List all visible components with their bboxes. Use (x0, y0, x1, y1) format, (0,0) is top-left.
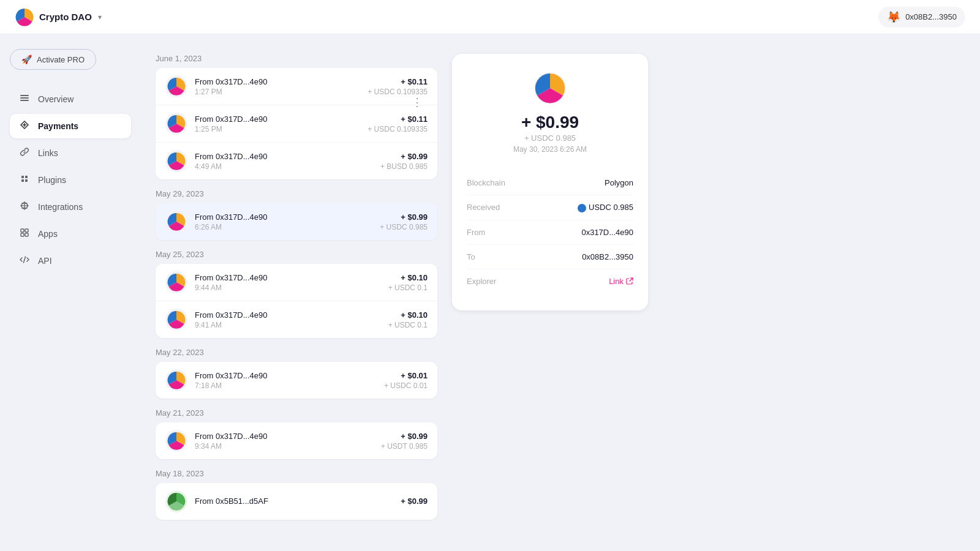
table-row[interactable]: From 0x317D...4e90 4:49 AM + $0.99 + BUS… (156, 143, 437, 179)
tx-avatar-icon (165, 150, 187, 172)
tx-usd: + $0.99 (381, 432, 428, 441)
table-row[interactable]: From 0x317D...4e90 7:18 AM + $0.01 + USD… (156, 362, 437, 399)
integrations-icon (18, 201, 31, 213)
tx-avatar-icon (165, 211, 187, 233)
tx-token: + USDC 0.01 (384, 381, 428, 390)
tx-from: From 0x317D...4e90 (195, 114, 368, 124)
tx-usd: + $0.99 (380, 212, 428, 222)
tx-time: 9:41 AM (195, 321, 388, 329)
detail-to-row: To 0x08B2...3950 (467, 245, 633, 269)
tx-group-may25: From 0x317D...4e90 9:44 AM + $0.10 + USD… (156, 264, 437, 338)
detail-header: + $0.99 + USDC 0.985 May 30, 2023 6:26 A… (467, 71, 633, 154)
table-row[interactable]: From 0x317D...4e90 9:41 AM + $0.10 + USD… (156, 301, 437, 338)
date-label-may18: May 18, 2023 (156, 469, 437, 478)
sidebar-item-plugins[interactable]: Plugins (10, 168, 131, 192)
tx-time: 7:18 AM (195, 381, 384, 390)
date-label-may22: May 22, 2023 (156, 348, 437, 357)
tx-token: + USDC 0.109335 (368, 125, 428, 133)
transaction-detail-panel: + $0.99 + USDC 0.985 May 30, 2023 6:26 A… (452, 54, 648, 310)
tx-token: + BUSD 0.985 (380, 162, 428, 171)
date-label-june1: June 1, 2023 (156, 54, 437, 63)
to-value: 0x08B2...3950 (582, 252, 633, 261)
plugins-icon (18, 174, 31, 186)
table-row[interactable]: From 0x317D...4e90 1:25 PM + $0.11 + USD… (156, 105, 437, 143)
tx-from: From 0x317D...4e90 (195, 152, 380, 161)
tx-group-may21: From 0x317D...4e90 9:34 AM + $0.99 + USD… (156, 422, 437, 459)
tx-time: 4:49 AM (195, 162, 380, 171)
table-row[interactable]: From 0x317D...4e90 1:27 PM + $0.11 + USD… (156, 68, 437, 105)
date-section-june1: June 1, 2023 From 0x317D...4e90 1:27 PM (156, 54, 437, 179)
tx-usd: + $0.99 (380, 152, 428, 161)
svg-rect-17 (25, 233, 28, 236)
blockchain-value: Polygon (605, 178, 633, 187)
tx-from: From 0x317D...4e90 (195, 273, 388, 282)
tx-token: + USDC 0.1 (388, 283, 428, 292)
tx-avatar-icon (165, 430, 187, 452)
tx-token: + USDT 0.985 (381, 442, 428, 451)
tx-avatar-icon (165, 271, 187, 293)
svg-rect-16 (21, 233, 24, 236)
detail-received-row: Received USDC 0.985 (467, 195, 633, 220)
svg-rect-2 (20, 97, 29, 99)
wallet-badge[interactable]: 🦊 0x08B2...3950 (878, 7, 965, 28)
table-row[interactable]: From 0x317D...4e90 9:44 AM + $0.10 + USD… (156, 264, 437, 301)
svg-rect-10 (25, 179, 28, 182)
sidebar-item-payments[interactable]: Payments (10, 114, 131, 138)
svg-rect-9 (21, 179, 24, 182)
app-brand: Crypto DAO ▾ (15, 7, 102, 27)
overview-icon (18, 93, 31, 105)
table-row[interactable]: From 0x317D...4e90 9:34 AM + $0.99 + USD… (156, 422, 437, 459)
sidebar-apps-label: Apps (38, 229, 58, 239)
sidebar-item-integrations[interactable]: Integrations (10, 195, 131, 219)
wallet-address: 0x08B2...3950 (905, 12, 957, 21)
app-name: Crypto DAO (39, 12, 92, 22)
rocket-icon: 🚀 (21, 54, 32, 64)
tx-usd: + $0.11 (368, 77, 428, 86)
links-icon (18, 147, 31, 159)
layout: 🚀 Activate PRO Overview Payments Lin (0, 34, 980, 551)
tx-usd: + $0.99 (401, 497, 428, 506)
tx-token: + USDC 0.109335 (368, 88, 428, 96)
svg-rect-14 (21, 229, 24, 232)
tx-avatar-icon (165, 113, 187, 135)
tx-from: From 0x317D...4e90 (195, 432, 381, 441)
svg-rect-1 (20, 95, 29, 96)
sidebar-api-label: API (38, 256, 52, 266)
tx-avatar-icon (165, 309, 187, 331)
tx-time: 9:34 AM (195, 442, 381, 451)
detail-blockchain-row: Blockchain Polygon (467, 171, 633, 195)
date-section-may18: May 18, 2023 From 0x5B51...d5AF (156, 469, 437, 520)
explorer-link[interactable]: Link (609, 277, 633, 286)
tx-token: + USDC 0.985 (380, 223, 428, 231)
sidebar-nav: Overview Payments Links Plugins (10, 87, 131, 273)
detail-from-row: From 0x317D...4e90 (467, 220, 633, 245)
tx-usd: + $0.01 (384, 371, 428, 380)
tx-time: 1:25 PM (195, 125, 368, 133)
usdc-dot-icon (578, 204, 586, 212)
received-value: USDC 0.985 (578, 203, 633, 212)
detail-amount-usd: + $0.99 (521, 113, 579, 132)
detail-avatar-icon (533, 71, 567, 105)
more-menu-button[interactable]: ⋮ (412, 96, 423, 109)
sidebar-item-overview[interactable]: Overview (10, 87, 131, 111)
table-row[interactable]: From 0x317D...4e90 6:26 AM + $0.99 + USD… (156, 203, 437, 240)
blockchain-label: Blockchain (467, 178, 505, 187)
tx-token: + USDC 0.1 (388, 321, 428, 329)
tx-from: From 0x317D...4e90 (195, 77, 368, 86)
main-content: ⋮ June 1, 2023 From 0x317D...4e90 (141, 34, 980, 551)
tx-from: From 0x317D...4e90 (195, 310, 388, 320)
app-dropdown-arrow[interactable]: ▾ (98, 13, 102, 21)
tx-time: 6:26 AM (195, 223, 380, 231)
table-row[interactable]: From 0x5B51...d5AF + $0.99 (156, 483, 437, 520)
sidebar-item-api[interactable]: API (10, 249, 131, 273)
payments-icon (18, 120, 31, 132)
detail-explorer-row: Explorer Link (467, 269, 633, 293)
tx-group-may18: From 0x5B51...d5AF + $0.99 (156, 483, 437, 520)
activate-pro-button[interactable]: 🚀 Activate PRO (10, 49, 96, 70)
date-label-may29: May 29, 2023 (156, 189, 437, 198)
tx-group-may29: From 0x317D...4e90 6:26 AM + $0.99 + USD… (156, 203, 437, 240)
sidebar-item-links[interactable]: Links (10, 141, 131, 165)
tx-time: 1:27 PM (195, 88, 368, 96)
activate-pro-label: Activate PRO (37, 55, 85, 64)
sidebar-item-apps[interactable]: Apps (10, 222, 131, 246)
